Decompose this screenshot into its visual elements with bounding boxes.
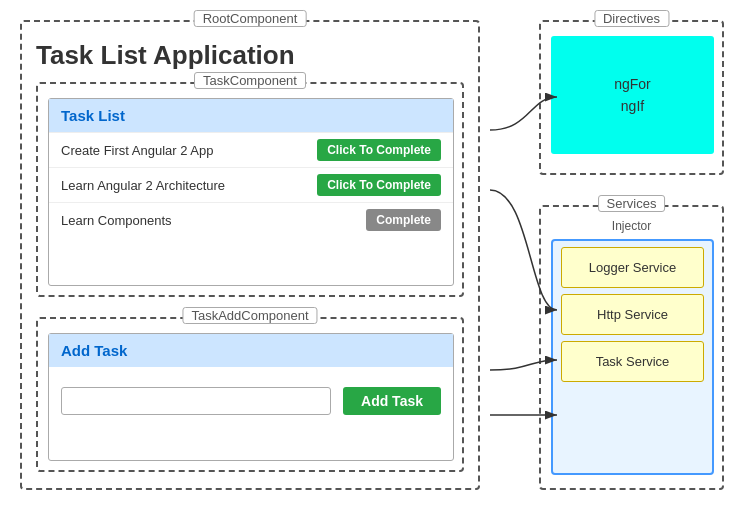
services-box: Services Injector Logger Service Http Se… <box>539 205 724 490</box>
http-service: Http Service <box>561 294 704 335</box>
task-name-3: Learn Components <box>61 213 172 228</box>
complete-button-1[interactable]: Click To Complete <box>317 139 441 161</box>
table-row: Create First Angular 2 App Click To Comp… <box>49 132 453 167</box>
complete-button-2[interactable]: Click To Complete <box>317 174 441 196</box>
directives-text: ngFor ngIf <box>614 73 651 118</box>
task-service: Task Service <box>561 341 704 382</box>
directive-ngfor: ngFor <box>614 76 651 92</box>
task-list-header: Task List <box>49 99 453 132</box>
task-name-1: Create First Angular 2 App <box>61 143 213 158</box>
task-component-box: TaskComponent Task List Create First Ang… <box>36 82 464 297</box>
task-list-inner: Task List Create First Angular 2 App Cli… <box>48 98 454 286</box>
add-task-inner: Add Task Add Task <box>48 333 454 461</box>
task-add-component-label: TaskAddComponent <box>182 307 317 324</box>
table-row: Learn Angular 2 Architecture Click To Co… <box>49 167 453 202</box>
injector-label: Injector <box>612 219 651 233</box>
logger-service: Logger Service <box>561 247 704 288</box>
services-inner: Logger Service Http Service Task Service <box>551 239 714 475</box>
root-component-label: RootComponent <box>194 10 307 27</box>
directives-label: Directives <box>594 10 669 27</box>
directive-ngif: ngIf <box>621 98 644 114</box>
directives-inner: ngFor ngIf <box>551 36 714 154</box>
task-add-component-box: TaskAddComponent Add Task Add Task <box>36 317 464 472</box>
add-task-button[interactable]: Add Task <box>343 387 441 415</box>
directives-box: Directives ngFor ngIf <box>539 20 724 175</box>
add-task-body: Add Task <box>49 367 453 435</box>
root-component-box: RootComponent Task List Application Task… <box>20 20 480 490</box>
task-component-label: TaskComponent <box>194 72 306 89</box>
complete-button-3[interactable]: Complete <box>366 209 441 231</box>
services-label: Services <box>598 195 666 212</box>
task-name-2: Learn Angular 2 Architecture <box>61 178 225 193</box>
add-task-input[interactable] <box>61 387 331 415</box>
app-title: Task List Application <box>36 40 295 71</box>
table-row: Learn Components Complete <box>49 202 453 237</box>
add-task-header: Add Task <box>49 334 453 367</box>
main-container: RootComponent Task List Application Task… <box>0 0 744 514</box>
